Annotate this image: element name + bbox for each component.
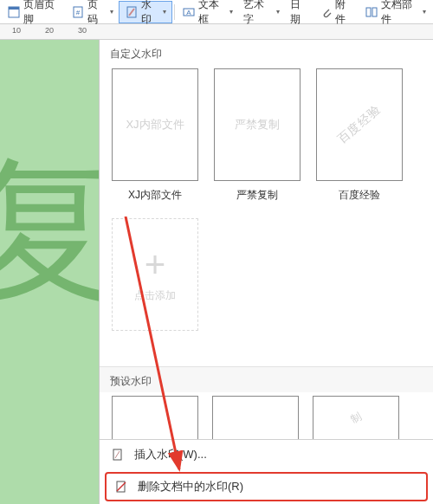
ruler-mark: 10	[12, 26, 21, 35]
insert-watermark-label: 插入水印(W)...	[134, 447, 207, 462]
watermark-thumb[interactable]: 严禁复制 严禁复制	[214, 68, 301, 203]
chevron-down-icon: ▾	[163, 8, 166, 16]
remove-watermark-icon	[115, 481, 131, 493]
page-number-label: 页码	[87, 0, 105, 27]
svg-rect-1	[9, 7, 19, 10]
chevron-down-icon: ▾	[229, 8, 233, 16]
svg-rect-9	[372, 8, 377, 16]
svg-line-5	[129, 9, 134, 16]
page-number-button[interactable]: # 页码 ▾	[66, 1, 118, 23]
attachment-button[interactable]: 附件	[314, 1, 359, 23]
watermark-button[interactable]: 水印 ▾	[119, 1, 172, 23]
toolbar: 页眉页脚 # 页码 ▾ 水印 ▾ A 文本框 ▾ 艺术字 ▾ 日期 附件	[0, 0, 433, 24]
separator	[174, 4, 175, 20]
thumb-label: XJ内部文件	[112, 188, 198, 203]
header-footer-icon	[7, 5, 21, 19]
insert-watermark-icon	[112, 449, 127, 461]
add-label: 点击添加	[134, 288, 176, 303]
preset-watermark-title: 预设水印	[100, 366, 433, 392]
preset-thumb[interactable]: 制	[313, 396, 399, 439]
preset-thumb[interactable]	[212, 396, 299, 439]
plus-icon: +	[145, 247, 166, 283]
page-number-icon: #	[71, 5, 85, 19]
paperclip-icon	[320, 5, 333, 19]
thumb-label: 百度经验	[316, 188, 403, 203]
date-button[interactable]: 日期	[285, 1, 314, 23]
thumb-watermark-text: 严禁复制	[235, 117, 280, 132]
ruler: 10 20 30	[0, 24, 433, 40]
doc-parts-label: 文档部件	[381, 0, 418, 27]
remove-watermark-label: 删除文档中的水印(R)	[138, 479, 243, 494]
preset-thumb[interactable]	[112, 396, 198, 439]
header-footer-button[interactable]: 页眉页脚	[2, 1, 66, 23]
doc-parts-button[interactable]: 文档部件 ▾	[359, 1, 431, 23]
insert-watermark-item[interactable]: 插入水印(W)...	[100, 440, 433, 469]
ruler-mark: 20	[45, 26, 54, 35]
add-watermark-thumb[interactable]: + 点击添加	[112, 218, 198, 331]
textbox-label: 文本框	[198, 0, 225, 27]
header-footer-label: 页眉页脚	[23, 0, 61, 27]
svg-text:#: #	[76, 9, 81, 16]
thumb-watermark-text: 百度经验	[334, 102, 385, 147]
preset-watermark-text: 制	[348, 409, 365, 427]
watermark-dropdown-panel: 自定义水印 XJ内部文件 XJ内部文件 严禁复制 严禁复制 百度经验 百度经验 …	[99, 40, 433, 504]
wordart-button[interactable]: 艺术字 ▾	[238, 1, 285, 23]
preset-watermark-grid: 制	[100, 392, 433, 439]
watermark-thumb[interactable]: XJ内部文件 XJ内部文件	[112, 68, 198, 203]
svg-rect-8	[366, 8, 371, 16]
chevron-down-icon: ▾	[276, 8, 280, 16]
watermark-thumb[interactable]: 百度经验 百度经验	[316, 68, 403, 203]
watermark-label: 水印	[141, 0, 158, 27]
thumb-watermark-text: XJ内部文件	[126, 117, 184, 132]
baidu-logo-text: Baidu 经验	[363, 473, 422, 487]
textbox-button[interactable]: A 文本框 ▾	[177, 1, 238, 23]
ruler-mark: 30	[78, 26, 87, 35]
svg-line-11	[115, 451, 120, 458]
doc-parts-icon	[365, 5, 378, 19]
baidu-logo-url: jingyan.baidu.com	[363, 488, 426, 497]
background-watermark-text: 复	[0, 126, 99, 336]
attachment-label: 附件	[335, 0, 354, 27]
custom-watermark-grid: XJ内部文件 XJ内部文件 严禁复制 严禁复制 百度经验 百度经验 + 点击添加	[100, 65, 433, 339]
chevron-down-icon: ▾	[423, 8, 426, 16]
watermark-icon	[125, 5, 139, 19]
chevron-down-icon: ▾	[110, 8, 113, 16]
wordart-label: 艺术字	[243, 0, 272, 27]
baidu-watermark: Baidu 经验 jingyan.baidu.com	[363, 473, 426, 497]
thumb-label: 严禁复制	[214, 188, 301, 203]
custom-watermark-title: 自定义水印	[100, 40, 433, 65]
date-label: 日期	[290, 0, 309, 27]
textbox-icon: A	[182, 5, 196, 19]
document-canvas: 复	[0, 40, 99, 504]
svg-text:A: A	[186, 9, 191, 16]
